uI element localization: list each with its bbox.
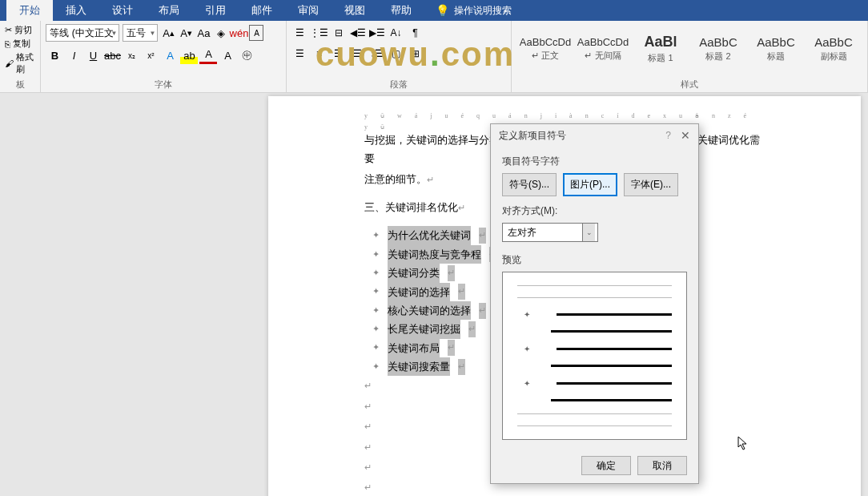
font-group: 等线 (中文正文 ▼ 五号 ▼ A▴ A▾ Aa ◈ wén A B I U a… xyxy=(41,21,286,92)
change-case-button[interactable]: Aa xyxy=(196,25,211,41)
bullet-text: 核心关键词的选择 xyxy=(388,301,471,320)
preview-label: 预览 xyxy=(502,253,687,267)
diamond-bullet-icon: ✦ xyxy=(372,303,380,319)
justify-button[interactable]: ☰ xyxy=(349,45,367,63)
font-group-label: 字体 xyxy=(46,77,280,91)
align-center-button[interactable]: ≡ xyxy=(311,45,328,63)
style-subtitle[interactable]: AaBbC副标题 xyxy=(805,24,862,74)
align-right-button[interactable]: ☰ xyxy=(330,45,348,63)
clipboard-group: ✂剪切 ⎘复制 🖌格式刷 板 xyxy=(0,21,41,92)
brush-icon: 🖌 xyxy=(5,58,14,68)
cancel-button[interactable]: 取消 xyxy=(637,456,687,475)
chevron-down-icon: ⌄ xyxy=(582,224,595,241)
ok-button[interactable]: 确定 xyxy=(581,456,631,475)
chevron-down-icon: ▼ xyxy=(150,30,156,37)
font-name-select[interactable]: 等线 (中文正文 ▼ xyxy=(46,24,119,42)
bulb-icon: 💡 xyxy=(436,4,449,17)
line-spacing-button[interactable]: ↕☰ xyxy=(368,45,386,63)
cut-button[interactable]: ✂剪切 xyxy=(5,24,35,36)
multilevel-button[interactable]: ⊟ xyxy=(330,24,348,42)
decrease-font-button[interactable]: A▾ xyxy=(179,25,193,41)
close-icon[interactable]: ✕ xyxy=(681,129,690,142)
increase-font-button[interactable]: A▴ xyxy=(161,25,175,41)
font-button[interactable]: 字体(E)... xyxy=(624,173,678,196)
tab-references[interactable]: 引用 xyxy=(192,0,239,21)
bold-button[interactable]: B xyxy=(46,46,63,64)
clear-format-button[interactable]: ◈ xyxy=(214,25,228,41)
font-size-select[interactable]: 五号 ▼ xyxy=(123,24,158,42)
style-heading2[interactable]: AaBbC标题 2 xyxy=(689,24,747,74)
tab-view[interactable]: 视图 xyxy=(332,0,378,21)
ribbon-content: ✂剪切 ⎘复制 🖌格式刷 板 等线 (中文正文 ▼ 五号 ▼ A▴ A▾ Aa … xyxy=(0,21,868,93)
bullet-char-section-label: 项目符号字符 xyxy=(502,155,687,168)
style-title[interactable]: AaBbC标题 xyxy=(747,24,805,74)
show-marks-button[interactable]: ¶ xyxy=(407,24,424,42)
increase-indent-button[interactable]: ▶☰ xyxy=(368,24,386,42)
paragraph-group: ☰ ⋮☰ ⊟ ◀☰ ▶☰ A↓ ¶ ☰ ≡ ☰ ☰ ↕☰ ▢ ⊞ 段落 xyxy=(287,21,512,92)
bullet-text: 关键词热度与竞争程 xyxy=(388,245,481,264)
copy-icon: ⎘ xyxy=(5,39,10,49)
diamond-bullet-icon: ✦ xyxy=(372,321,380,337)
text-effects-button[interactable]: A xyxy=(161,46,179,64)
tab-design[interactable]: 设计 xyxy=(99,0,146,21)
diamond-bullet-icon: ✦ xyxy=(372,228,380,244)
font-color-button[interactable]: A xyxy=(199,46,217,64)
scissors-icon: ✂ xyxy=(5,25,12,35)
char-border-button[interactable]: A xyxy=(249,25,263,41)
diamond-bullet-icon: ✦ xyxy=(372,340,380,356)
phonetic-button[interactable]: wén xyxy=(231,25,246,41)
decrease-indent-button[interactable]: ◀☰ xyxy=(349,24,367,42)
tab-home[interactable]: 开始 xyxy=(6,0,53,21)
highlight-button[interactable]: ab xyxy=(180,46,198,64)
styles-group: AaBbCcDd↵ 正文 AaBbCcDd↵ 无间隔 AaBl标题 1 AaBb… xyxy=(512,21,868,92)
bullet-text: 关键词布局 xyxy=(388,339,440,357)
align-left-button[interactable]: ☰ xyxy=(291,45,309,63)
copy-button[interactable]: ⎘复制 xyxy=(5,38,35,50)
char-shading-button[interactable]: A xyxy=(219,46,236,64)
picture-button[interactable]: 图片(P)... xyxy=(563,173,617,196)
symbol-button[interactable]: 符号(S)... xyxy=(502,173,557,196)
underline-button[interactable]: U xyxy=(84,46,102,64)
diamond-bullet-icon: ✦ xyxy=(372,359,380,375)
sort-button[interactable]: A↓ xyxy=(388,24,405,42)
alignment-select[interactable]: 左对齐 ⌄ xyxy=(502,223,598,242)
clipboard-label: 板 xyxy=(5,77,35,91)
diamond-bullet-icon: ✦ xyxy=(372,265,380,281)
tell-me-label: 操作说明搜索 xyxy=(454,4,512,18)
alignment-label: 对齐方式(M): xyxy=(502,204,687,218)
diamond-bullet-icon: ✦ xyxy=(524,345,530,353)
tab-insert[interactable]: 插入 xyxy=(53,0,99,21)
tab-review[interactable]: 审阅 xyxy=(285,0,332,21)
tab-layout[interactable]: 布局 xyxy=(146,0,192,21)
define-bullet-dialog: 定义新项目符号 ? ✕ 项目符号字符 符号(S)... 图片(P)... 字体(… xyxy=(490,123,699,484)
bullets-button[interactable]: ☰ xyxy=(291,24,309,42)
enclosed-button[interactable]: ㊥ xyxy=(238,46,255,64)
styles-gallery: AaBbCcDd↵ 正文 AaBbCcDd↵ 无间隔 AaBl标题 1 AaBb… xyxy=(516,24,862,74)
format-painter-button[interactable]: 🖌格式刷 xyxy=(5,51,35,75)
bullet-text: 关键词分类 xyxy=(388,264,440,282)
dialog-title: 定义新项目符号 xyxy=(499,129,665,143)
diamond-bullet-icon: ✦ xyxy=(372,284,380,300)
tell-me-search[interactable]: 💡 操作说明搜索 xyxy=(424,4,512,18)
subscript-button[interactable]: x₂ xyxy=(123,46,140,64)
shading-button[interactable]: ▢ xyxy=(388,45,405,63)
style-normal[interactable]: AaBbCcDd↵ 正文 xyxy=(516,24,574,74)
strikethrough-button[interactable]: abc xyxy=(103,46,121,64)
chevron-down-icon: ▼ xyxy=(111,30,118,37)
style-heading1[interactable]: AaBl标题 1 xyxy=(632,24,689,74)
style-nospacing[interactable]: AaBbCcDd↵ 无间隔 xyxy=(574,24,632,74)
tab-help[interactable]: 帮助 xyxy=(378,0,424,21)
diamond-bullet-icon: ✦ xyxy=(524,379,530,388)
italic-button[interactable]: I xyxy=(65,46,82,64)
dialog-titlebar[interactable]: 定义新项目符号 ? ✕ xyxy=(491,124,698,147)
help-icon[interactable]: ? xyxy=(665,130,671,141)
diamond-bullet-icon: ✦ xyxy=(372,247,380,263)
numbering-button[interactable]: ⋮☰ xyxy=(311,24,328,42)
superscript-button[interactable]: x² xyxy=(142,46,159,64)
ribbon-tabs: 开始 插入 设计 布局 引用 邮件 审阅 视图 帮助 💡 操作说明搜索 xyxy=(0,0,868,21)
preview-box: ✦ ✦ ✦ xyxy=(502,272,687,440)
bullet-text: 长尾关键词挖掘 xyxy=(388,320,460,338)
diamond-bullet-icon: ✦ xyxy=(524,310,530,319)
tab-mailings[interactable]: 邮件 xyxy=(239,0,285,21)
borders-button[interactable]: ⊞ xyxy=(407,45,424,63)
